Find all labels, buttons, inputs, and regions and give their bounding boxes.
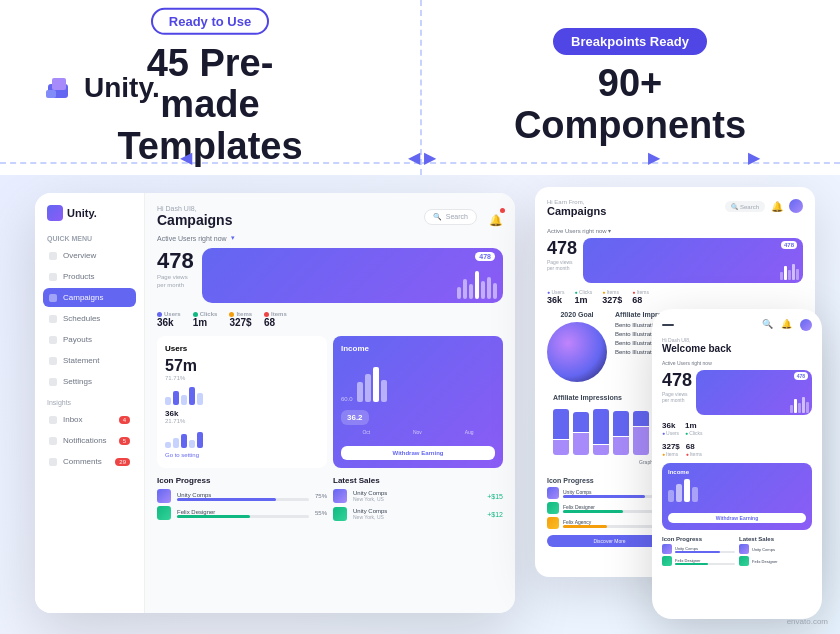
tablet-prog-avatar-3 [547,517,559,529]
phone-icon-progress: Icon Progress Unity Comps Felix Designer [662,536,735,566]
watermark: envato.com [787,617,828,626]
phone-mockup: 🔍 🔔 Hi Dash UI8, Welcome back Active Use… [652,309,822,619]
phone-stats: 478 Page viewsper month 478 [662,370,812,415]
sidebar-payouts[interactable]: Payouts [43,330,136,349]
phone-bottom-row: Icon Progress Unity Comps Felix Designer [662,536,812,566]
metric-clicks: Clicks 1m [193,311,218,328]
sale-item-2: Unity Comps New York, US +$12 [333,507,503,521]
big-stat-value: 478 [157,248,194,274]
sidebar-overview[interactable]: Overview [43,246,136,265]
tablet-metric-items: ● Items 68 [632,289,649,305]
sale-avatar-2 [333,507,347,521]
dashboard-main-mockup: Unity. QUICK MENU Overview Products Camp… [35,193,515,613]
progress-name-1: Unity Comps [177,492,309,498]
search-box[interactable]: 🔍 Search [424,209,477,225]
withdraw-button[interactable]: Withdraw Earning [341,446,495,460]
phone-withdraw-btn[interactable]: Withdraw Earning [668,513,806,523]
phone-welcome: Welcome back [662,343,812,354]
progress-item-2: Felix Designer 55% [157,506,327,520]
logo-icon [40,70,76,106]
phone-metrics-2: 327$ ● Items 68 ● Items [662,442,812,457]
search-icon: 🔍 [433,213,442,221]
arrow-left-icon: ◀ [180,148,192,167]
metric-items: Items 68 [264,311,287,328]
tablet-header-right: 🔍 Search 🔔 [725,199,803,213]
progress-avatar-1 [157,489,171,503]
top-right-panel: Breakpoints Ready 90+ Components [420,0,840,175]
tablet-metric-revenue: ● Items 327$ [602,289,622,305]
sidebar-schedules[interactable]: Schedules [43,309,136,328]
income-value: 36.2 [347,413,363,422]
new-users-val: 36k [165,409,319,418]
income-card-title: Income [341,344,495,353]
main-chart: 478 [202,248,503,303]
phone-sale-2: Felix Designer [739,556,812,566]
sidebar-inbox[interactable]: Inbox 4 [43,410,136,429]
sidebar-products[interactable]: Products [43,267,136,286]
tablet-bell-icon[interactable]: 🔔 [771,201,783,212]
dashboard-header: Hi Dash UI8, Campaigns 🔍 Search 🔔 [157,205,503,228]
dashboard-content: Hi Dash UI8, Campaigns 🔍 Search 🔔 [145,193,515,613]
metric-users: Users 36k [157,311,181,328]
dashboard-title: Campaigns [157,212,232,228]
new-users-chart [165,428,319,448]
goal-label: 2020 Goal [547,311,607,318]
phone-icons: 🔍 🔔 [762,319,812,331]
phone-income-bars [668,477,806,502]
tablet-chart: 478 [583,238,803,283]
metric-revenue: Items 327$ [229,311,252,328]
new-users-sub: 21.71% [165,418,319,424]
phone-avatar [800,319,812,331]
go-to-setting[interactable]: Go to setting [165,452,319,458]
tablet-big-stat: 478 [547,238,577,259]
users-mini-chart [165,385,319,405]
phone-chart-bars [790,397,809,413]
phone-metric-items: 68 ● Items [686,442,702,457]
tablet-title: Campaigns [547,205,606,217]
left-heading: 45 Pre-made Templates [105,42,315,167]
tablet-stats-area: 478 Page viewsper month 478 [547,238,803,283]
bottom-section: Unity. QUICK MENU Overview Products Camp… [0,175,840,634]
sale-amount-1: +$15 [487,493,503,500]
sidebar-logo-icon [47,205,63,221]
phone-search-icon[interactable]: 🔍 [762,319,773,331]
phone-metric-clicks: 1m ● Clicks [685,421,702,436]
tablet-metrics: ● Users 36k ● Clicks 1m ● Items 327$ ● I… [547,289,803,305]
phone-metrics: 36k ● Users 1m ● Clicks [662,421,812,436]
stats-area: 478 Page views per month 478 [157,248,503,303]
bottom-cards: Users 57m 71.71% 36k 21.71% [157,336,503,468]
tablet-stat-sub: Page viewsper month [547,259,577,271]
top-left-panel: Unity. Ready to Use 45 Pre-made Template… [0,0,420,175]
phone-big-stat: 478 [662,370,692,391]
sidebar-statement[interactable]: Statement [43,351,136,370]
top-area: Unity. Ready to Use 45 Pre-made Template… [0,0,840,175]
sidebar-logo: Unity. [43,205,136,221]
dashboard-sidebar: Unity. QUICK MENU Overview Products Camp… [35,193,145,613]
breakpoints-badge: Breakpoints Ready [553,28,707,55]
sale-amount-2: +$12 [487,511,503,518]
users-card-value: 57m [165,357,319,375]
phone-prog-2: Felix Designer [662,556,735,566]
phone-metric-revenue: 327$ ● Items [662,442,680,457]
sidebar-campaigns[interactable]: Campaigns [43,288,136,307]
arrow-center-left-icon: ◀ [408,148,420,167]
ready-to-use-badge: Ready to Use [151,7,269,34]
tablet-metric-users: ● Users 36k [547,289,564,305]
progress-pct-2: 55% [315,510,327,516]
phone-bell-icon[interactable]: 🔔 [781,319,792,331]
tablet-avatar [789,199,803,213]
sidebar-settings[interactable]: Settings [43,372,136,391]
right-heading: 90+ Components [514,63,746,147]
latest-sales-title: Latest Sales [333,476,503,485]
bell-icon[interactable]: 🔔 [489,210,503,224]
sidebar-comments[interactable]: Comments 29 [43,452,136,471]
dashboard-search-area: 🔍 Search 🔔 [424,209,503,225]
users-sub: 71.71% [165,375,319,381]
tablet-goal-section: 2020 Goal [547,311,607,382]
tablet-prog-avatar-1 [547,487,559,499]
sidebar-notifications[interactable]: Notifications 5 [43,431,136,450]
income-card: Income 60.0 36.2 [333,336,503,468]
sale-avatar-1 [333,489,347,503]
tablet-search[interactable]: 🔍 Search [725,201,765,212]
phone-menu-icon [662,324,674,326]
